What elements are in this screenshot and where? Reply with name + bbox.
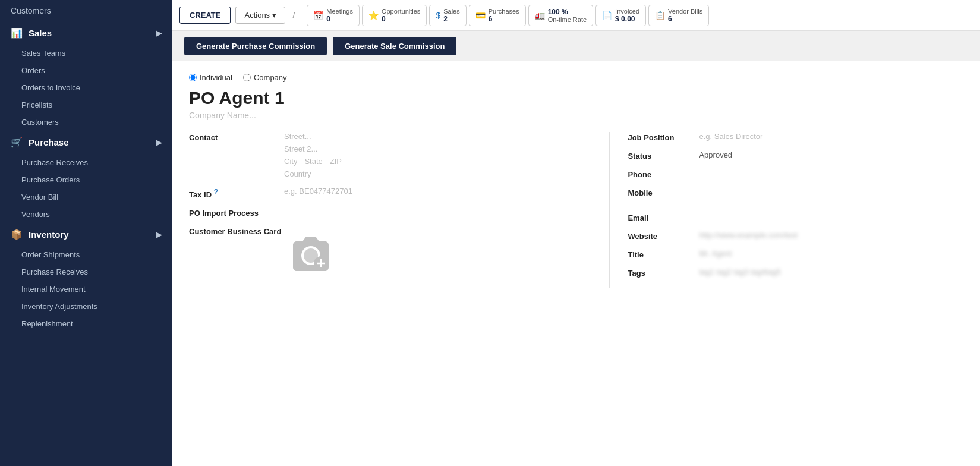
purchases-label: Purchases [489,8,519,15]
sidebar-item-internal-movement[interactable]: Internal Movement [0,281,172,298]
po-import-field-row: PO Import Process [189,207,591,218]
sidebar-section-purchase[interactable]: 🛒 Purchase ▶ [0,131,172,154]
opportunities-icon: ⭐ [368,11,379,20]
website-label: Website [628,231,699,241]
main-content: CREATE Actions ▾ / 📅 Meetings 0 ⭐ Opport… [172,0,980,466]
sidebar-section-sales[interactable]: 📊 Sales ▶ [0,21,172,45]
tax-id-field-row: Tax ID ? e.g. BE0477472701 [189,187,591,199]
breadcrumb-separator: / [292,10,295,20]
meetings-icon: 📅 [313,11,323,20]
phone-label: Phone [628,169,699,179]
website-value[interactable]: http://www.example.com/test [699,231,963,240]
radio-company-label[interactable]: Company [243,73,287,82]
purchases-value: 6 [489,15,519,23]
job-position-label: Job Position [628,132,699,142]
po-import-label: PO Import Process [189,207,284,218]
vendor-bills-value: 6 [668,15,702,23]
email-field-row: Email [628,212,963,222]
invoiced-icon: 📄 [602,11,612,20]
top-bar: CREATE Actions ▾ / 📅 Meetings 0 ⭐ Opport… [172,0,980,31]
form-area: Individual Company PO Agent 1 Company Na… [172,61,980,466]
ontime-icon: 🚛 [535,11,545,20]
tax-id-input[interactable]: e.g. BE0477472701 [284,187,591,196]
tax-id-label: Tax ID ? [189,187,284,199]
actions-button[interactable]: Actions ▾ [235,7,285,24]
opportunities-value: 0 [382,15,420,23]
state-input[interactable]: State [304,157,322,166]
job-position-field-row: Job Position e.g. Sales Director [628,132,963,142]
sidebar-item-orders[interactable]: Orders [0,62,172,79]
tags-value[interactable]: tag1 tag2 tag3 tag4tag5 [699,267,963,276]
tags-label: Tags [628,267,699,278]
phone-field-row: Phone [628,169,963,179]
email-label: Email [628,212,699,222]
form-right: Job Position e.g. Sales Director Status … [609,132,963,288]
sidebar-item-purchase-receives[interactable]: Purchase Receives [0,154,172,171]
tax-id-help-icon[interactable]: ? [214,188,218,196]
contact-field-row: Contact Street... Street 2... City State… [189,132,591,178]
form-left: Contact Street... Street 2... City State… [189,132,591,288]
sidebar-item-inventory-purchase-receives[interactable]: Purchase Receives [0,263,172,281]
sidebar-item-customers[interactable]: Customers [0,0,172,21]
vendor-bills-label: Vendor Bills [668,8,702,15]
purchases-icon: 💳 [475,11,486,20]
city-input[interactable]: City [284,157,297,166]
country-input[interactable]: Country [284,169,591,178]
sidebar-item-order-shipments[interactable]: Order Shipments [0,246,172,263]
sidebar-section-inventory[interactable]: 📦 Inventory ▶ [0,223,172,246]
company-name-placeholder[interactable]: Company Name... [189,111,963,120]
generate-purchase-commission-button[interactable]: Generate Purchase Commission [184,37,327,55]
sales-label: Sales [443,8,460,15]
contact-label: Contact [189,132,284,142]
sidebar-item-purchase-orders[interactable]: Purchase Orders [0,171,172,188]
street2-input[interactable]: Street 2... [284,144,591,153]
radio-individual[interactable] [189,74,197,81]
business-card-field-row: Customer Business Card [189,226,591,279]
contact-address: Street... Street 2... City State ZIP Cou… [284,132,591,178]
job-position-input[interactable]: e.g. Sales Director [699,132,963,141]
photo-upload-button[interactable] [284,226,338,279]
purchase-chevron-icon: ▶ [156,138,162,147]
commission-bar: Generate Purchase Commission Generate Sa… [172,31,980,61]
stat-chip-sales[interactable]: $ Sales 2 [429,5,466,26]
stat-chips: 📅 Meetings 0 ⭐ Opportunities 0 $ Sales 2 [307,5,709,26]
title-value[interactable]: Mr. Agent [699,249,963,258]
vendor-bills-icon: 📋 [655,11,665,20]
stat-chip-vendor-bills[interactable]: 📋 Vendor Bills 6 [648,5,709,26]
sidebar-item-vendor-bill[interactable]: Vendor Bill [0,188,172,206]
sidebar-item-customers-sub[interactable]: Customers [0,114,172,131]
status-value: Approved [699,150,963,159]
sidebar-item-inventory-adjustments[interactable]: Inventory Adjustments [0,298,172,315]
stat-chip-purchases[interactable]: 💳 Purchases 6 [469,5,526,26]
sidebar-item-pricelists[interactable]: Pricelists [0,96,172,114]
street-input[interactable]: Street... [284,132,591,141]
status-field-row: Status Approved [628,150,963,160]
ontime-label: On-time Rate [548,16,587,23]
stat-chip-invoiced[interactable]: 📄 Invoiced $ 0.00 [595,5,646,26]
sidebar-item-sales-teams[interactable]: Sales Teams [0,45,172,62]
sales-chevron-icon: ▶ [156,29,162,37]
generate-sale-commission-button[interactable]: Generate Sale Commission [333,37,456,55]
tags-field-row: Tags tag1 tag2 tag3 tag4tag5 [628,267,963,278]
sidebar: Customers 📊 Sales ▶ Sales Teams Orders O… [0,0,172,466]
stat-chip-ontime-rate[interactable]: 🚛 100 % On-time Rate [528,5,593,26]
invoiced-label: Invoiced [615,8,639,15]
sidebar-item-orders-to-invoice[interactable]: Orders to Invoice [0,79,172,96]
radio-individual-label[interactable]: Individual [189,73,232,82]
actions-dropdown-icon: ▾ [272,11,276,20]
stat-chip-meetings[interactable]: 📅 Meetings 0 [307,5,360,26]
mobile-separator [628,206,963,206]
sales-section-icon: 📊 [11,27,23,39]
meetings-value: 0 [326,15,353,23]
create-button[interactable]: CREATE [179,7,231,24]
zip-input[interactable]: ZIP [330,157,342,166]
sidebar-item-replenishment[interactable]: Replenishment [0,315,172,332]
title-label: Title [628,249,699,259]
agent-name-field[interactable]: PO Agent 1 [189,88,963,108]
sidebar-item-vendors[interactable]: Vendors [0,206,172,223]
stat-chip-opportunities[interactable]: ⭐ Opportunities 0 [362,5,427,26]
inventory-chevron-icon: ▶ [156,231,162,239]
radio-company[interactable] [243,74,251,81]
invoiced-value: $ 0.00 [615,15,639,23]
purchase-section-icon: 🛒 [11,137,23,148]
